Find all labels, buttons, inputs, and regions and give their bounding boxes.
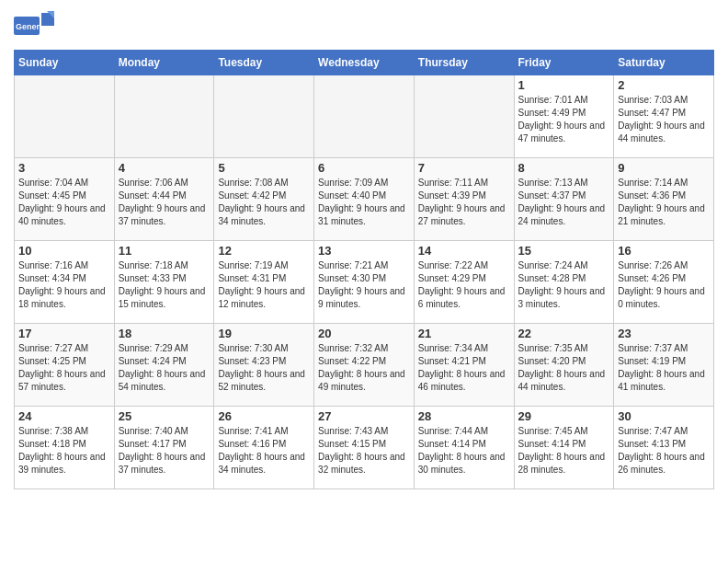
calendar-cell: 13Sunrise: 7:21 AM Sunset: 4:30 PM Dayli… — [314, 241, 415, 324]
day-of-week-header: Friday — [514, 51, 614, 75]
calendar-cell: 9Sunrise: 7:14 AM Sunset: 4:36 PM Daylig… — [614, 158, 714, 241]
day-number: 23 — [618, 327, 710, 340]
day-info: Sunrise: 7:18 AM Sunset: 4:33 PM Dayligh… — [119, 259, 210, 311]
calendar-cell: 5Sunrise: 7:08 AM Sunset: 4:42 PM Daylig… — [214, 158, 314, 241]
calendar-cell: 15Sunrise: 7:24 AM Sunset: 4:28 PM Dayli… — [514, 241, 614, 324]
day-info: Sunrise: 7:38 AM Sunset: 4:18 PM Dayligh… — [18, 425, 110, 477]
day-number: 2 — [618, 78, 710, 92]
day-number: 13 — [318, 244, 410, 258]
calendar-cell: 18Sunrise: 7:29 AM Sunset: 4:24 PM Dayli… — [114, 324, 214, 407]
day-of-week-header: Saturday — [614, 51, 714, 75]
calendar-cell: 19Sunrise: 7:30 AM Sunset: 4:23 PM Dayli… — [214, 324, 314, 407]
header: General — [14, 9, 714, 42]
day-number: 15 — [518, 244, 610, 258]
calendar-cell: 4Sunrise: 7:06 AM Sunset: 4:44 PM Daylig… — [114, 158, 214, 241]
calendar-cell: 27Sunrise: 7:43 AM Sunset: 4:15 PM Dayli… — [314, 407, 415, 489]
calendar-cell: 14Sunrise: 7:22 AM Sunset: 4:29 PM Dayli… — [414, 241, 514, 324]
calendar-cell: 22Sunrise: 7:35 AM Sunset: 4:20 PM Dayli… — [514, 324, 614, 407]
day-number: 29 — [518, 409, 610, 423]
day-of-week-header: Sunday — [15, 51, 115, 75]
day-info: Sunrise: 7:34 AM Sunset: 4:21 PM Dayligh… — [418, 342, 510, 394]
day-info: Sunrise: 7:35 AM Sunset: 4:20 PM Dayligh… — [518, 342, 610, 394]
day-info: Sunrise: 7:40 AM Sunset: 4:17 PM Dayligh… — [119, 425, 210, 477]
calendar-cell: 2Sunrise: 7:03 AM Sunset: 4:47 PM Daylig… — [614, 75, 714, 158]
day-info: Sunrise: 7:19 AM Sunset: 4:31 PM Dayligh… — [218, 259, 310, 311]
calendar-cell: 10Sunrise: 7:16 AM Sunset: 4:34 PM Dayli… — [15, 241, 115, 324]
calendar-cell: 8Sunrise: 7:13 AM Sunset: 4:37 PM Daylig… — [514, 158, 614, 241]
day-number: 5 — [218, 161, 310, 175]
day-number: 25 — [119, 409, 210, 423]
day-info: Sunrise: 7:03 AM Sunset: 4:47 PM Dayligh… — [618, 94, 710, 145]
day-number: 17 — [18, 327, 110, 340]
day-number: 26 — [218, 409, 310, 423]
day-info: Sunrise: 7:37 AM Sunset: 4:19 PM Dayligh… — [618, 342, 710, 394]
day-info: Sunrise: 7:26 AM Sunset: 4:26 PM Dayligh… — [618, 259, 710, 311]
calendar-cell — [15, 75, 115, 158]
day-info: Sunrise: 7:29 AM Sunset: 4:24 PM Dayligh… — [119, 342, 210, 394]
day-info: Sunrise: 7:24 AM Sunset: 4:28 PM Dayligh… — [518, 259, 610, 311]
page: General SundayMondayTuesdayWednesdayThur… — [0, 0, 728, 499]
calendar-cell: 20Sunrise: 7:32 AM Sunset: 4:22 PM Dayli… — [314, 324, 415, 407]
calendar-cell — [414, 75, 514, 158]
logo: General — [14, 9, 58, 42]
day-info: Sunrise: 7:43 AM Sunset: 4:15 PM Dayligh… — [318, 425, 410, 477]
calendar-cell: 11Sunrise: 7:18 AM Sunset: 4:33 PM Dayli… — [114, 241, 214, 324]
day-of-week-header: Tuesday — [214, 51, 314, 75]
day-number: 8 — [518, 161, 610, 175]
calendar-cell: 23Sunrise: 7:37 AM Sunset: 4:19 PM Dayli… — [614, 324, 714, 407]
day-info: Sunrise: 7:09 AM Sunset: 4:40 PM Dayligh… — [318, 177, 410, 228]
calendar-cell: 21Sunrise: 7:34 AM Sunset: 4:21 PM Dayli… — [414, 324, 514, 407]
day-number: 4 — [119, 161, 210, 175]
calendar-cell: 1Sunrise: 7:01 AM Sunset: 4:49 PM Daylig… — [514, 75, 614, 158]
calendar-cell — [214, 75, 314, 158]
day-info: Sunrise: 7:01 AM Sunset: 4:49 PM Dayligh… — [518, 94, 610, 145]
day-number: 7 — [418, 161, 510, 175]
day-number: 21 — [418, 327, 510, 340]
day-info: Sunrise: 7:14 AM Sunset: 4:36 PM Dayligh… — [618, 177, 710, 228]
day-info: Sunrise: 7:22 AM Sunset: 4:29 PM Dayligh… — [418, 259, 510, 311]
day-number: 1 — [518, 78, 610, 92]
calendar-cell: 3Sunrise: 7:04 AM Sunset: 4:45 PM Daylig… — [15, 158, 115, 241]
calendar-cell: 12Sunrise: 7:19 AM Sunset: 4:31 PM Dayli… — [214, 241, 314, 324]
day-number: 16 — [618, 244, 710, 258]
calendar-cell: 28Sunrise: 7:44 AM Sunset: 4:14 PM Dayli… — [414, 407, 514, 489]
day-info: Sunrise: 7:47 AM Sunset: 4:13 PM Dayligh… — [618, 425, 710, 477]
day-info: Sunrise: 7:30 AM Sunset: 4:23 PM Dayligh… — [218, 342, 310, 394]
calendar-cell: 6Sunrise: 7:09 AM Sunset: 4:40 PM Daylig… — [314, 158, 415, 241]
day-number: 30 — [618, 409, 710, 423]
calendar-cell — [114, 75, 214, 158]
day-info: Sunrise: 7:13 AM Sunset: 4:37 PM Dayligh… — [518, 177, 610, 228]
day-of-week-header: Wednesday — [314, 51, 415, 75]
day-number: 28 — [418, 409, 510, 423]
day-of-week-header: Thursday — [414, 51, 514, 75]
day-info: Sunrise: 7:27 AM Sunset: 4:25 PM Dayligh… — [18, 342, 110, 394]
calendar-cell: 25Sunrise: 7:40 AM Sunset: 4:17 PM Dayli… — [114, 407, 214, 489]
day-info: Sunrise: 7:21 AM Sunset: 4:30 PM Dayligh… — [318, 259, 410, 311]
day-number: 9 — [618, 161, 710, 175]
day-info: Sunrise: 7:04 AM Sunset: 4:45 PM Dayligh… — [18, 177, 110, 228]
day-number: 24 — [18, 409, 110, 423]
day-info: Sunrise: 7:11 AM Sunset: 4:39 PM Dayligh… — [418, 177, 510, 228]
calendar-cell: 24Sunrise: 7:38 AM Sunset: 4:18 PM Dayli… — [15, 407, 115, 489]
day-info: Sunrise: 7:41 AM Sunset: 4:16 PM Dayligh… — [218, 425, 310, 477]
calendar-cell: 29Sunrise: 7:45 AM Sunset: 4:14 PM Dayli… — [514, 407, 614, 489]
calendar-cell — [314, 75, 415, 158]
day-number: 14 — [418, 244, 510, 258]
calendar-cell: 30Sunrise: 7:47 AM Sunset: 4:13 PM Dayli… — [614, 407, 714, 489]
logo-icon: General — [14, 9, 54, 42]
day-info: Sunrise: 7:16 AM Sunset: 4:34 PM Dayligh… — [18, 259, 110, 311]
day-number: 3 — [18, 161, 110, 175]
day-number: 19 — [218, 327, 310, 340]
day-number: 12 — [218, 244, 310, 258]
day-info: Sunrise: 7:45 AM Sunset: 4:14 PM Dayligh… — [518, 425, 610, 477]
day-info: Sunrise: 7:44 AM Sunset: 4:14 PM Dayligh… — [418, 425, 510, 477]
calendar-cell: 16Sunrise: 7:26 AM Sunset: 4:26 PM Dayli… — [614, 241, 714, 324]
day-number: 20 — [318, 327, 410, 340]
day-number: 6 — [318, 161, 410, 175]
day-info: Sunrise: 7:32 AM Sunset: 4:22 PM Dayligh… — [318, 342, 410, 394]
day-info: Sunrise: 7:06 AM Sunset: 4:44 PM Dayligh… — [119, 177, 210, 228]
day-number: 18 — [119, 327, 210, 340]
calendar-table: SundayMondayTuesdayWednesdayThursdayFrid… — [14, 50, 714, 489]
day-number: 27 — [318, 409, 410, 423]
day-number: 11 — [119, 244, 210, 258]
